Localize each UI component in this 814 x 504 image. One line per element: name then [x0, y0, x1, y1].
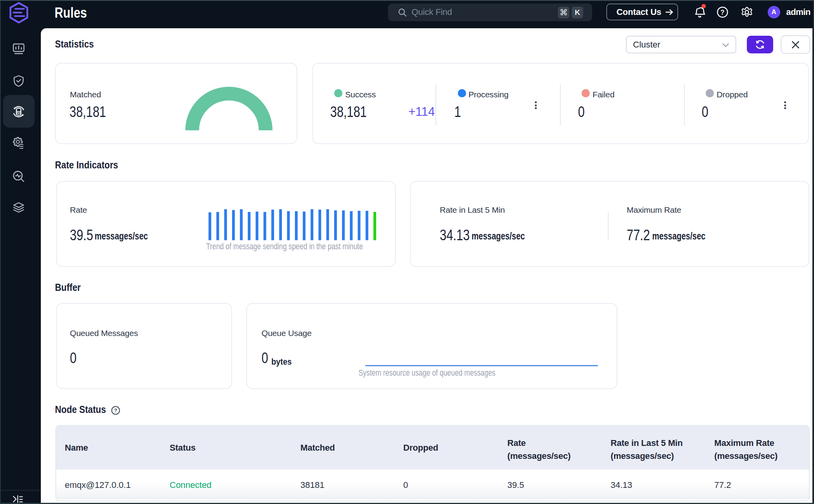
svg-text:?: ? — [721, 9, 724, 16]
svg-text:?: ? — [114, 407, 117, 413]
